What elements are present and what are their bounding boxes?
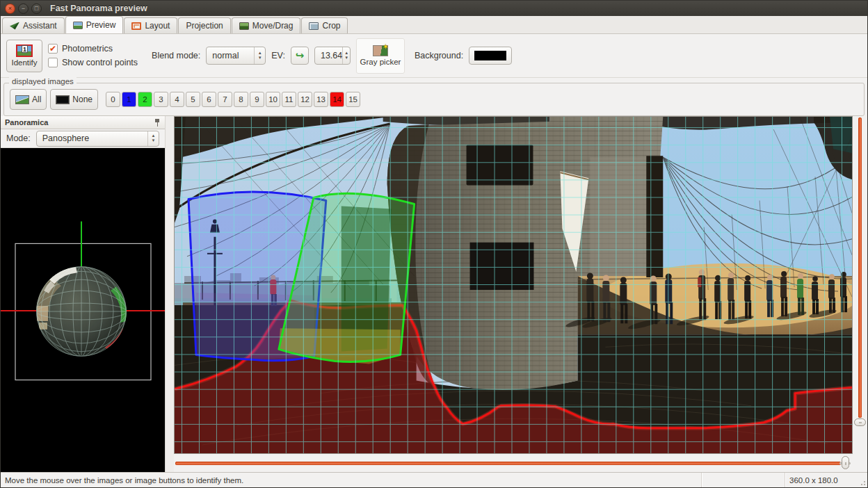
maximize-icon[interactable]: □ [31,3,42,14]
title-bar: × − □ Fast Panorama preview [1,1,867,16]
vertical-scroll-gutter [853,116,867,454]
tab-preview[interactable]: Preview [65,16,124,33]
all-label: All [32,95,41,104]
ev-label: EV: [271,51,285,60]
image-toggle-5[interactable]: 5 [186,92,200,107]
panorama-scene [175,117,852,453]
resize-grip[interactable] [859,479,866,486]
photometrics-checkbox[interactable]: ✔ Photometrics [48,44,138,54]
tab-label: Crop [322,21,340,31]
pin-icon[interactable] [154,118,161,127]
show-control-points-checkbox[interactable]: Show control points [48,58,138,67]
preview-icon [73,22,83,29]
panosphere-3d-view [1,148,165,472]
checkbox-checked-icon[interactable]: ✔ [48,44,58,54]
crop-icon [309,22,319,30]
identify-button[interactable]: 1 Identify [6,40,42,72]
none-images-icon [56,95,70,104]
pitch-slider-track[interactable] [858,117,862,418]
yaw-slider-row [174,454,867,472]
tab-projection[interactable]: Projection [178,17,230,33]
image-toggle-7[interactable]: 7 [218,92,232,107]
identify-icon: 1 [16,44,33,57]
minimize-icon[interactable]: − [18,3,29,14]
image-toggle-8[interactable]: 8 [234,92,248,107]
image-toggle-12[interactable]: 12 [298,92,312,107]
yaw-slider-handle[interactable] [842,456,849,469]
spinner-arrows-icon[interactable]: ▲▼ [147,131,159,146]
image-toggle-15[interactable]: 15 [346,92,360,107]
blend-mode-value: normal [212,51,254,60]
tab-label: Preview [86,20,116,30]
displayed-images-group: All None 0 1 2 3 4 5 6 7 8 9 10 11 12 13 [1,78,867,116]
checkbox-unchecked-icon[interactable] [48,58,58,67]
background-color-swatch [474,51,506,60]
main-area: Panoramica Mode: Panosphere ▲▼ [1,116,867,472]
tab-assistant[interactable]: Assistant [2,17,65,33]
assistant-icon [10,22,19,30]
panoramica-header: Panoramica [1,116,165,129]
panorama-preview-canvas[interactable] [174,116,853,454]
identify-label: Identify [11,58,37,67]
image-toggle-row: 0 1 2 3 4 5 6 7 8 9 10 11 12 13 14 15 [106,92,360,107]
green-arrow-icon: ↪ [296,49,305,62]
status-middle-cell [702,473,785,487]
window-title: Fast Panorama preview [50,3,147,13]
photometrics-label: Photometrics [62,44,113,54]
panosphere-canvas[interactable] [1,148,165,472]
panoramica-title: Panoramica [5,118,48,127]
spinner-arrows-icon[interactable]: ▲▼ [254,47,265,64]
gray-picker-button[interactable]: ✶ Gray picker [356,38,405,74]
identify-badge: 1 [22,45,28,53]
tab-bar: Assistant Preview Layout Projection Move… [1,16,867,34]
show-all-button[interactable]: All [10,89,47,110]
show-control-points-label: Show control points [62,58,138,67]
image-toggle-11[interactable]: 11 [282,92,296,107]
none-label: None [72,95,93,104]
displayed-images-legend: displayed images [9,77,77,86]
tab-label: Projection [186,21,223,31]
close-icon[interactable]: × [5,3,15,14]
app-window: × − □ Fast Panorama preview Assistant Pr… [0,0,868,488]
all-images-icon [15,95,29,104]
panel-splitter[interactable] [166,116,174,472]
image-toggle-6[interactable]: 6 [202,92,216,107]
mode-label: Mode: [6,133,31,143]
yaw-slider-track[interactable] [175,462,841,465]
spinner-arrows-icon[interactable]: ▲▼ [342,47,350,64]
toolbar: 1 Identify ✔ Photometrics Show control p… [1,34,867,78]
gray-picker-icon: ✶ [373,45,388,56]
background-label: Background: [415,51,463,60]
image-toggle-13[interactable]: 13 [314,92,328,107]
image-toggle-4[interactable]: 4 [170,92,184,107]
image-toggle-14[interactable]: 14 [330,92,344,107]
image-toggle-9[interactable]: 9 [250,92,264,107]
image-toggle-3[interactable]: 3 [154,92,168,107]
status-message: Move the mouse over the images or image … [1,473,702,487]
background-color-button[interactable] [469,47,512,65]
mode-row: Mode: Panosphere ▲▼ [1,129,165,148]
blend-mode-select[interactable]: normal ▲▼ [206,47,266,65]
image-toggle-0[interactable]: 0 [106,92,120,107]
tab-crop[interactable]: Crop [301,17,348,33]
image-toggle-10[interactable]: 10 [266,92,280,107]
image-toggle-1[interactable]: 1 [122,92,136,107]
ev-value: 13.64 [321,51,342,60]
show-none-button[interactable]: None [50,89,98,110]
tab-layout[interactable]: Layout [124,17,177,33]
mode-select[interactable]: Panosphere ▲▼ [36,131,159,147]
status-bar: Move the mouse over the images or image … [1,472,867,487]
tab-label: Layout [145,21,170,31]
status-pano-size: 360.0 x 180.0 [785,473,867,487]
tab-label: Move/Drag [252,21,294,31]
panoramica-panel: Panoramica Mode: Panosphere ▲▼ [1,116,166,472]
blend-mode-label: Blend mode: [152,51,200,60]
pitch-slider-handle[interactable] [854,418,866,426]
move-drag-icon [239,22,249,30]
ev-spinbox[interactable]: 13.64 ▲▼ [314,47,351,65]
tab-label: Assistant [23,21,57,31]
ev-reset-button[interactable]: ↪ [291,47,309,65]
tab-move-drag[interactable]: Move/Drag [232,17,301,33]
image-toggle-2[interactable]: 2 [138,92,152,107]
mode-value: Panosphere [42,133,147,143]
